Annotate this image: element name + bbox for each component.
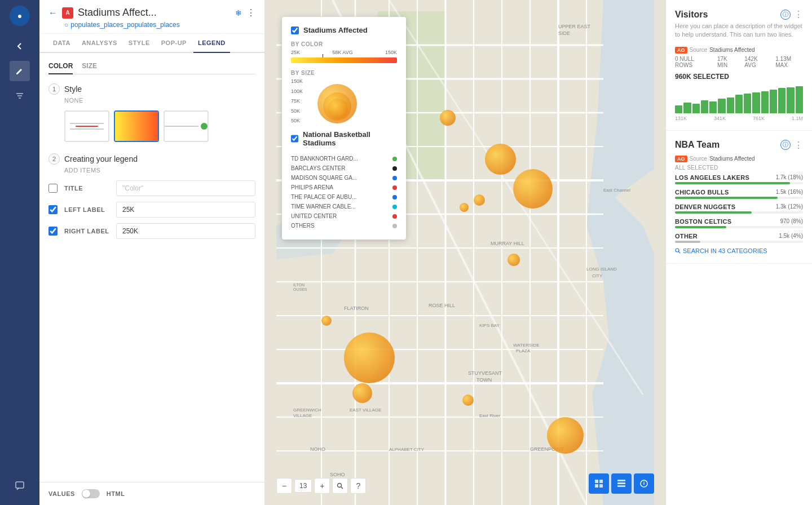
style-section-number: 1 xyxy=(48,83,60,95)
nba-item-name: MADISON SQUARE GA... xyxy=(291,175,392,181)
tab-legend[interactable]: LEGEND xyxy=(193,34,230,53)
panel-menu-icon[interactable]: ⋮ xyxy=(246,7,255,18)
style-section: 1 Style NONE xyxy=(48,83,255,142)
info-button[interactable] xyxy=(634,473,654,494)
title-checkbox[interactable] xyxy=(48,184,58,193)
size-val-2: 100K xyxy=(291,88,303,94)
visitors-source: AO Source Stadiums Affected xyxy=(675,47,755,54)
values-toggle[interactable] xyxy=(82,489,100,498)
tab-style[interactable]: STYLE xyxy=(124,34,155,53)
search-map-button[interactable] xyxy=(332,478,348,494)
map-bubble-5 xyxy=(474,194,485,206)
nba-item-name: TD BANKNORTH GARD... xyxy=(291,156,392,162)
team-bar-fill xyxy=(675,182,790,184)
svg-text:VILLAGE: VILLAGE xyxy=(293,413,312,418)
legend-left-label-row: LEFT LABEL xyxy=(48,202,255,218)
grid-button[interactable] xyxy=(589,473,609,494)
nba-menu-btn[interactable]: ⋮ xyxy=(794,140,803,150)
zoom-out-button[interactable]: − xyxy=(276,478,292,494)
team-bar-bg xyxy=(675,226,803,228)
team-value: 1.5k (4%) xyxy=(779,233,803,239)
app-logo[interactable]: ● xyxy=(10,6,30,26)
style-option-2[interactable] xyxy=(114,110,159,142)
table-button[interactable] xyxy=(611,473,632,494)
svg-text:MURRAY HILL: MURRAY HILL xyxy=(491,241,524,246)
panel-title: Stadiums Affect... xyxy=(78,7,231,19)
hist-bar xyxy=(744,94,751,113)
size-val-3: 75K xyxy=(291,98,303,104)
panel-subtitle[interactable]: ○ populates_places_populates_places xyxy=(64,21,255,29)
left-label-checkbox[interactable] xyxy=(48,205,58,214)
team-name: DENVER NUGGETS xyxy=(675,203,736,210)
svg-text:TOWN: TOWN xyxy=(476,377,492,383)
sidebar-edit-icon[interactable] xyxy=(10,61,30,81)
style-option-1[interactable] xyxy=(64,110,109,142)
left-label-input[interactable] xyxy=(116,202,255,218)
right-label-checkbox[interactable] xyxy=(48,227,58,236)
sidebar-back-icon[interactable] xyxy=(10,36,30,56)
nba-source-name: Stadiums Affected xyxy=(709,156,754,162)
team-bar-bg xyxy=(675,182,803,184)
svg-rect-60 xyxy=(595,484,598,488)
nba-item-name: PHILIPS ARENA xyxy=(291,184,392,191)
tab-popup[interactable]: POP-UP xyxy=(157,34,191,53)
sub-tab-color[interactable]: COLOR xyxy=(48,62,73,74)
nba-list-item: THE PALACE OF AUBU... xyxy=(291,192,397,202)
nba-item-dot xyxy=(392,157,397,161)
hist-bar xyxy=(683,103,691,113)
svg-point-68 xyxy=(676,249,679,252)
hist-bar xyxy=(735,95,743,113)
sidebar-chat-icon[interactable] xyxy=(10,476,30,496)
panel-header: ← A Stadiums Affect... ❄ ⋮ ○ populates_p… xyxy=(39,0,264,34)
search-categories-btn[interactable]: SEARCH IN 43 CATEGORIES xyxy=(675,247,803,254)
hist-bar xyxy=(675,105,682,113)
svg-point-56 xyxy=(338,484,342,488)
hist-labels: 131K 341K 761K 1.1M xyxy=(675,116,803,121)
map-bubble-10 xyxy=(462,395,474,406)
nba-items: TD BANKNORTH GARD... BARCLAYS CENTER MAD… xyxy=(291,154,397,231)
visitors-selected: 960K SELECTED xyxy=(675,73,803,81)
tab-analysys[interactable]: ANALYSYS xyxy=(77,34,122,53)
layer-icon: A xyxy=(62,7,73,19)
legend-popup: Stadiums Affected BY COLOR 25K 58K AVG 1… xyxy=(282,17,406,240)
visitors-info-btn[interactable]: ⓘ xyxy=(780,10,791,20)
panel-area: ← A Stadiums Affect... ❄ ⋮ ○ populates_p… xyxy=(39,0,265,505)
style-option-3[interactable] xyxy=(164,110,209,142)
nba-item-dot xyxy=(392,224,397,228)
tab-data[interactable]: DATA xyxy=(48,34,75,53)
nba-list-item: TIME WARNER CABLE... xyxy=(291,202,397,211)
legend-section-title: Creating your legend xyxy=(64,154,138,163)
size-val-1: 150K xyxy=(291,78,303,84)
team-name: CHICAGO BULLS xyxy=(675,189,729,196)
svg-point-67 xyxy=(643,481,644,482)
hist-bar xyxy=(796,86,803,113)
zoom-in-button[interactable]: + xyxy=(314,478,330,494)
back-button[interactable]: ← xyxy=(48,8,58,18)
right-label-input[interactable] xyxy=(116,223,255,239)
team-bar-fill xyxy=(675,241,700,243)
sidebar-filter-icon[interactable] xyxy=(10,86,30,106)
nba-item-dot xyxy=(392,185,397,190)
nba-item-dot xyxy=(392,214,397,219)
nav-tabs: DATA ANALYSYS STYLE POP-UP LEGEND xyxy=(39,34,264,53)
nba-item-name: BARCLAYS CENTER xyxy=(291,165,392,171)
right-panel: Visitors ⓘ ⋮ Here you can place a descri… xyxy=(665,0,812,505)
size-val-5: 50K xyxy=(291,118,303,123)
legend-popup-checkbox[interactable] xyxy=(291,26,299,34)
source-label: Source xyxy=(690,47,708,53)
hist-bar xyxy=(727,98,734,113)
legend-size-label: BY SIZE xyxy=(291,70,397,76)
title-input[interactable] xyxy=(116,180,255,196)
nba-checkbox[interactable] xyxy=(291,135,298,143)
team-bar-bg xyxy=(675,211,803,214)
visitors-menu-btn[interactable]: ⋮ xyxy=(794,9,803,20)
help-button[interactable]: ? xyxy=(350,478,366,494)
hist-bar xyxy=(709,101,717,113)
nba-info-btn[interactable]: ⓘ xyxy=(780,140,791,150)
snowflake-icon[interactable]: ❄ xyxy=(235,8,242,17)
nba-item-name: OTHERS xyxy=(291,223,392,229)
sub-tab-size[interactable]: SIZE xyxy=(82,62,97,74)
map-area[interactable]: UPPER EAST SIDE DIAMOND DISTRICT East Ch… xyxy=(265,0,665,505)
team-bar-fill xyxy=(675,211,752,214)
svg-text:SIDE: SIDE xyxy=(558,30,570,36)
